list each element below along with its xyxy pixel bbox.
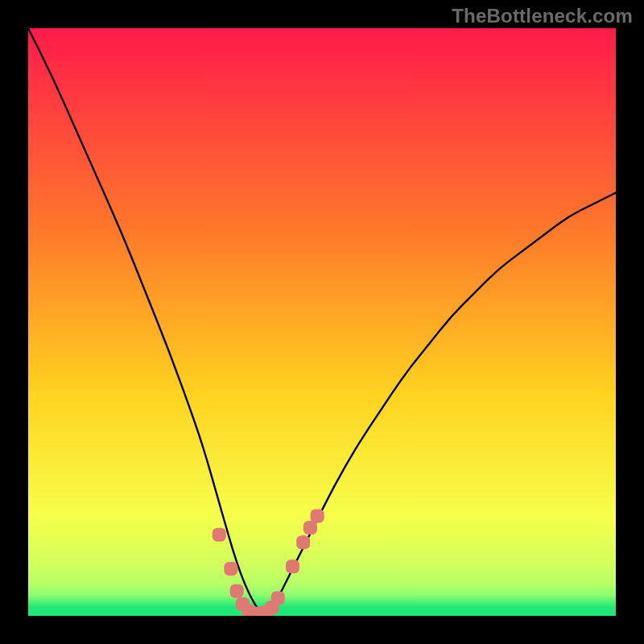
marker-point bbox=[271, 592, 285, 605]
plot-area bbox=[28, 28, 616, 616]
marker-point bbox=[213, 528, 226, 542]
watermark-text: TheBottleneck.com bbox=[452, 5, 633, 27]
gradient-background bbox=[28, 28, 616, 616]
marker-point bbox=[303, 521, 317, 535]
marker-point bbox=[224, 562, 237, 576]
marker-point bbox=[230, 584, 244, 598]
chart-frame: TheBottleneck.com bbox=[0, 0, 644, 644]
bottleneck-chart bbox=[28, 28, 616, 616]
marker-point bbox=[311, 509, 324, 522]
marker-point bbox=[286, 559, 299, 573]
marker-point bbox=[296, 535, 310, 549]
